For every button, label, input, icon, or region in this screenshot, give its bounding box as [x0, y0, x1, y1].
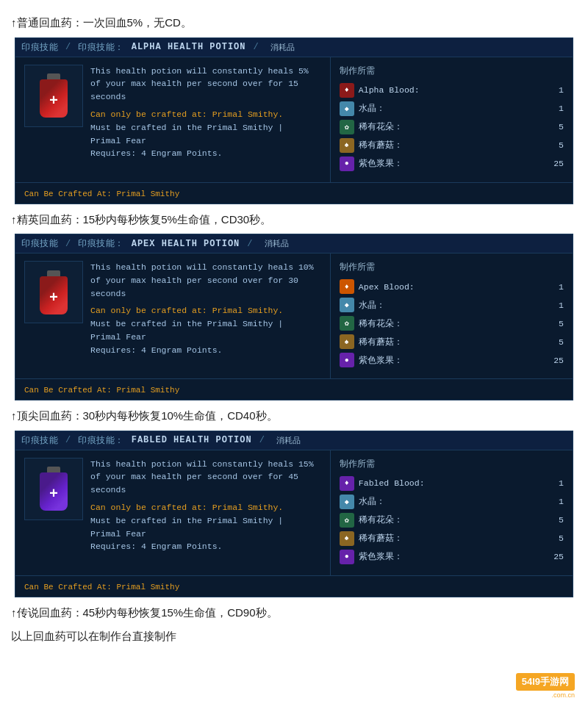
section-label-fabled: ↑传说回血药：45秒内每秒恢复15%生命值，CD90秒。 — [11, 605, 577, 622]
card-alpha-craft-info1: Must be crafted in the Primal Smithy | — [90, 121, 321, 134]
req-alpha-blood-name: Alpha Blood: — [359, 85, 420, 95]
card-alpha-body: + This health potion will constantly hea… — [15, 57, 573, 182]
req-apex-blood-icon: ♦ — [340, 279, 354, 294]
req-apex-flower-icon: ✿ — [340, 316, 354, 331]
req-apex-mushroom-count: 5 — [559, 337, 564, 347]
req-fabled-flower-icon: ✿ — [340, 513, 354, 528]
card-fabled-desc: This health potion will constantly heals… — [90, 458, 321, 497]
section-label-elite: ↑精英回血药：15秒内每秒恢复5%生命值，CD30秒。 — [11, 212, 577, 229]
card-fabled-craft-loc: Can only be crafted at: Primal Smithy. — [90, 501, 321, 514]
card-fabled-details: This health potion will constantly heals… — [90, 458, 321, 554]
req-fabled-blood-count: 1 — [559, 478, 564, 488]
req-apex-crystal-name: 水晶： — [359, 300, 385, 311]
card-apex-details: This health potion will constantly heals… — [90, 261, 321, 357]
header-skill-name-3: FABLED HEALTH POTION — [132, 435, 252, 445]
req-apex-blood-name: Apex Blood: — [359, 282, 415, 292]
req-alpha-blood: ♦ Alpha Blood: 1 — [340, 83, 564, 98]
req-alpha-flower: ✿ 稀有花朵： 5 — [340, 120, 564, 134]
req-apex-flower: ✿ 稀有花朵： 5 — [340, 316, 564, 331]
req-fabled-mushroom-name: 稀有蘑菇： — [359, 533, 403, 544]
req-alpha-flower-name: 稀有花朵： — [359, 121, 403, 132]
req-apex-mushroom: ♠ 稀有蘑菇： 5 — [340, 334, 564, 349]
watermark-main: 54l9手游网 — [522, 675, 569, 688]
header-div-3: / — [65, 239, 71, 249]
watermark-box: 54l9手游网 — [516, 673, 575, 691]
req-fabled-blood: ♦ Fabled Blood: 1 — [340, 476, 564, 491]
card-fabled-right: 制作所需 ♦ Fabled Blood: 1 ◆ 水晶： 1 ✿ 稀有花朵： 5 — [331, 450, 573, 575]
card-apex-footer: Can Be Crafted At: Primal Smithy — [15, 378, 573, 400]
card-apex-header: 印痕技能 / 印痕技能： APEX HEALTH POTION / 消耗品 — [15, 234, 573, 253]
card-alpha-right: 制作所需 ♦ Alpha Blood: 1 ◆ 水晶： 1 ✿ 稀有花朵： 5 — [331, 57, 573, 182]
card-apex-right: 制作所需 ♦ Apex Blood: 1 ◆ 水晶： 1 ✿ 稀有花朵： 5 — [331, 253, 573, 378]
req-fabled-crystal-icon: ◆ — [340, 495, 354, 509]
page-container: ↑普通回血药：一次回血5%，无CD。 印痕技能 / 印痕技能： ALPHA HE… — [0, 0, 588, 712]
card-apex-desc: This health potion will constantly heals… — [90, 261, 321, 300]
card-alpha-details: This health potion will constantly heals… — [90, 65, 321, 161]
bottom-text-2: 以上回血药可以在制作台直接制作 — [11, 628, 577, 645]
req-apex-crystal-count: 1 — [559, 301, 564, 310]
card-apex-craft-loc: Can only be crafted at: Primal Smithy. — [90, 304, 321, 317]
req-apex-flower-count: 5 — [559, 319, 564, 328]
card-alpha-craft-loc: Can only be crafted at: Primal Smithy. — [90, 108, 321, 121]
header-consumable-3: 消耗品 — [276, 435, 301, 446]
req-fabled-berry-icon: ● — [340, 550, 354, 564]
potion-body-3: + — [40, 472, 68, 511]
req-alpha-berry: ● 紫色浆果： 25 — [340, 157, 564, 171]
potion-plus-1: + — [49, 94, 58, 109]
req-fabled-mushroom: ♠ 稀有蘑菇： 5 — [340, 531, 564, 546]
req-fabled-berry-name: 紫色浆果： — [359, 551, 403, 562]
card-alpha-footer-text: Can Be Crafted At: Primal Smithy — [24, 190, 179, 198]
req-fabled-mushroom-icon: ♠ — [340, 531, 354, 546]
req-fabled-mushroom-count: 5 — [559, 533, 564, 543]
req-alpha-flower-count: 5 — [559, 122, 564, 132]
req-fabled-crystal: ◆ 水晶： 1 — [340, 495, 564, 509]
header-div2-1: / — [254, 42, 259, 52]
card-fabled-image: + — [24, 458, 83, 520]
req-fabled-crystal-count: 1 — [559, 497, 564, 506]
card-alpha-header: 印痕技能 / 印痕技能： ALPHA HEALTH POTION / 消耗品 — [15, 38, 573, 57]
watermark-sub: .com.cn — [516, 691, 575, 699]
header-div4-2: / — [247, 239, 252, 249]
card-apex-footer-text: Can Be Crafted At: Primal Smithy — [24, 386, 179, 395]
req-title-1: 制作所需 — [340, 65, 564, 77]
req-apex-flower-name: 稀有花朵： — [359, 318, 403, 329]
header-div-1: / — [65, 42, 71, 52]
header-skill-tag2-1: 印痕技能： — [78, 41, 124, 54]
req-fabled-berry-count: 25 — [553, 552, 564, 561]
req-alpha-berry-name: 紫色浆果： — [359, 158, 403, 169]
req-alpha-mushroom-icon: ♠ — [340, 138, 354, 153]
potion-body-2: + — [40, 276, 68, 314]
req-fabled-crystal-name: 水晶： — [359, 496, 385, 507]
header-skill-tag-3: 印痕技能 — [21, 434, 58, 447]
header-skill-name-1: ALPHA HEALTH POTION — [132, 42, 246, 52]
card-alpha-display: + This health potion will constantly hea… — [24, 65, 321, 161]
card-fabled-display: + This health potion will constantly hea… — [24, 458, 321, 554]
header-div-5: / — [65, 435, 71, 445]
req-alpha-crystal-name: 水晶： — [359, 103, 385, 114]
section-label-normal: ↑普通回血药：一次回血5%，无CD。 — [11, 15, 577, 32]
req-alpha-berry-icon: ● — [340, 157, 354, 171]
card-fabled-craft-info2: Primal Fear — [90, 528, 321, 541]
req-fabled-flower: ✿ 稀有花朵： 5 — [340, 513, 564, 528]
req-alpha-crystal-icon: ◆ — [340, 101, 354, 116]
req-apex-blood: ♦ Apex Blood: 1 — [340, 279, 564, 294]
card-alpha-craft-info2: Primal Fear — [90, 134, 321, 148]
req-alpha-mushroom-count: 5 — [559, 140, 564, 150]
req-title-3: 制作所需 — [340, 458, 564, 470]
card-apex-image: + — [24, 261, 83, 323]
watermark: 54l9手游网 .com.cn — [516, 673, 575, 699]
card-fabled-header: 印痕技能 / 印痕技能： FABLED HEALTH POTION / 消耗品 — [15, 431, 573, 450]
req-fabled-flower-name: 稀有花朵： — [359, 514, 403, 525]
req-alpha-mushroom-name: 稀有蘑菇： — [359, 140, 403, 151]
card-apex-display: + This health potion will constantly hea… — [24, 261, 321, 357]
card-fabled-body: + This health potion will constantly hea… — [15, 450, 573, 575]
req-fabled-berry: ● 紫色浆果： 25 — [340, 550, 564, 564]
card-fabled: 印痕技能 / 印痕技能： FABLED HEALTH POTION / 消耗品 … — [15, 431, 573, 597]
header-skill-tag2-2: 印痕技能： — [78, 237, 124, 250]
header-skill-tag-1: 印痕技能 — [21, 41, 58, 54]
card-alpha-left: + This health potion will constantly hea… — [15, 57, 331, 182]
potion-plus-2: + — [49, 291, 58, 306]
req-title-2: 制作所需 — [340, 261, 564, 273]
header-skill-tag2-3: 印痕技能： — [78, 434, 124, 447]
req-apex-berry-icon: ● — [340, 353, 354, 367]
